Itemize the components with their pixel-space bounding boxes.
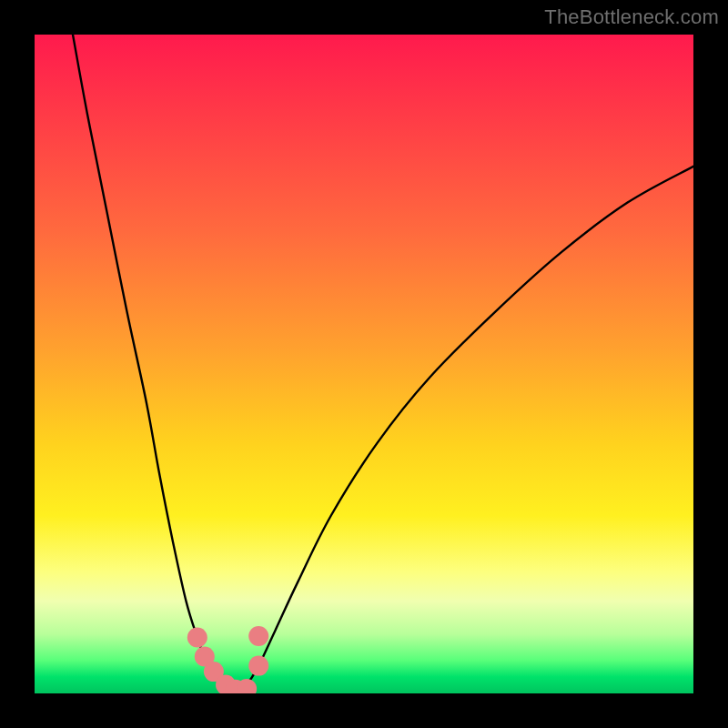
right-curve bbox=[236, 167, 693, 690]
highlight-dot bbox=[248, 656, 268, 676]
left-curve bbox=[73, 35, 236, 690]
watermark-text: TheBottleneck.com bbox=[544, 5, 719, 29]
chart-frame: TheBottleneck.com bbox=[0, 0, 728, 728]
plot-area bbox=[35, 35, 693, 693]
highlight-dots bbox=[187, 626, 268, 693]
highlight-dot bbox=[187, 628, 207, 648]
highlight-dot bbox=[248, 626, 268, 646]
curve-layer bbox=[35, 35, 693, 693]
